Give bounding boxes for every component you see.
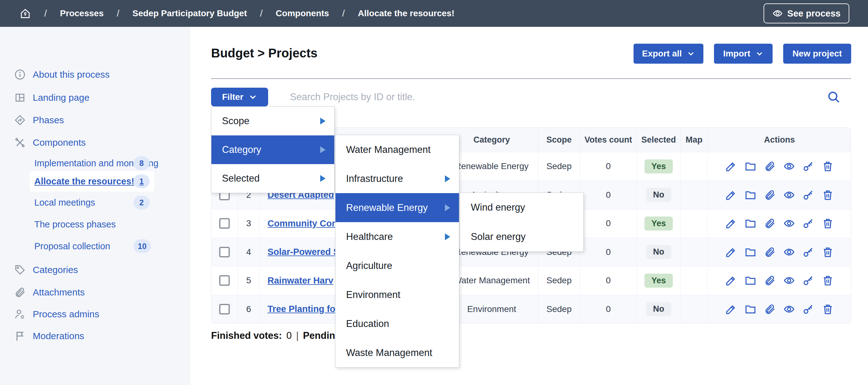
row-checkbox[interactable] [219,275,230,286]
selected-badge: Yes [645,159,673,174]
category-item-renewable-energy[interactable]: Renewable Energy [336,193,459,222]
search-icon[interactable] [827,89,842,105]
selected-badge: No [646,302,671,316]
sidebar-item-local-meetings[interactable]: Local meetings [34,196,95,209]
category-item-infrastructure[interactable]: Infrastructure [336,164,459,193]
sidebar-item-phases[interactable]: Phases [14,114,64,126]
sidebar-item-components[interactable]: Components [14,136,86,149]
diamond-arrow-icon [14,114,26,126]
category-item-healthcare[interactable]: Healthcare [336,222,459,251]
project-scope: Sedep [538,295,580,324]
see-process-button[interactable]: See process [764,3,849,23]
project-title-link[interactable]: Rainwater Harv [268,275,333,286]
project-id: 6 [238,295,260,324]
search-input[interactable] [290,88,804,107]
key-icon[interactable] [803,160,814,172]
category-item-environment[interactable]: Environment [336,280,459,309]
sidebar-item-moderations[interactable]: Moderations [14,330,84,342]
category-item-education[interactable]: Education [336,309,459,338]
project-votes-count: 0 [580,266,637,295]
key-icon[interactable] [803,303,814,315]
sidebar-item-about[interactable]: About this process [14,68,110,81]
key-icon[interactable] [803,217,814,229]
delete-trash-icon[interactable] [822,303,834,315]
filter-button[interactable]: Filter [211,88,268,107]
folder-icon[interactable] [745,217,756,229]
preview-eye-icon[interactable] [783,160,795,172]
delete-trash-icon[interactable] [822,189,834,201]
breadcrumb-separator: / [117,8,119,19]
preview-eye-icon[interactable] [783,246,795,258]
attachments-icon[interactable] [764,217,776,229]
project-title-link[interactable]: Solar-Powered S [268,247,339,257]
sidebar-item-proposal-collection[interactable]: Proposal collection [34,240,110,253]
delete-trash-icon[interactable] [822,274,834,287]
key-icon[interactable] [803,246,814,258]
key-icon[interactable] [803,189,814,201]
folder-icon[interactable] [745,246,756,258]
sidebar-item-allocate-resources[interactable]: Allocate the resources! [34,175,134,187]
folder-icon[interactable] [745,303,756,315]
import-button[interactable]: Import [714,44,773,64]
edit-icon[interactable] [725,246,737,258]
row-checkbox[interactable] [219,304,230,315]
project-title-link[interactable]: Community Con [268,218,337,229]
menu-item-label: Renewable Energy [346,202,428,213]
project-votes-count: 0 [580,209,637,238]
selected-badge: No [646,188,671,202]
sidebar-item-categories[interactable]: Categories [14,264,78,276]
breadcrumb-processes[interactable]: Processes [60,8,103,19]
attachments-icon[interactable] [764,189,776,201]
breadcrumb-components[interactable]: Components [276,8,329,19]
sidebar-item-attachments[interactable]: Attachments [14,286,85,299]
edit-icon[interactable] [725,303,737,315]
attachments-icon[interactable] [764,160,776,172]
preview-eye-icon[interactable] [783,274,795,287]
subcategory-item-solar-energy[interactable]: Solar energy [460,222,583,251]
folder-icon[interactable] [745,160,756,172]
export-all-button[interactable]: Export all [633,44,703,64]
new-project-button[interactable]: New project [783,44,851,64]
filter-menu-item-scope[interactable]: Scope [211,107,334,136]
import-label: Import [723,49,750,59]
breadcrumb-current[interactable]: Allocate the resources! [358,8,455,19]
category-item-waste-management[interactable]: Waste Management [336,338,459,367]
edit-icon[interactable] [725,274,737,287]
sidebar-item-label: Attachments [33,287,85,298]
table-row: 5 Rainwater Harv Water Management Sedep … [211,266,851,295]
filter-menu-item-selected[interactable]: Selected [211,164,334,193]
preview-eye-icon[interactable] [783,303,795,315]
attachments-icon[interactable] [764,274,776,287]
project-title-link[interactable]: Tree Planting fo [268,304,336,314]
row-checkbox[interactable] [219,218,230,229]
home-icon[interactable] [19,7,31,19]
menu-item-label: Scope [222,115,249,127]
folder-icon[interactable] [745,274,756,287]
edit-icon[interactable] [725,160,737,172]
sidebar-item-process-admins[interactable]: Process admins [14,308,99,320]
subcategory-item-wind-energy[interactable]: Wind energy [460,193,583,222]
attachments-icon[interactable] [764,303,776,315]
filter-menu-item-category[interactable]: Category [211,136,334,164]
sidebar-item-landing-page[interactable]: Landing page [14,91,90,104]
table-row: 6 Tree Planting fo Environment Sedep 0 N… [211,295,851,324]
delete-trash-icon[interactable] [822,246,834,258]
edit-icon[interactable] [725,217,737,229]
edit-icon[interactable] [725,189,737,201]
key-icon[interactable] [803,274,814,287]
delete-trash-icon[interactable] [822,160,834,172]
category-item-agriculture[interactable]: Agriculture [336,251,459,280]
breadcrumb-process-name[interactable]: Sedep Participatory Budget [132,8,247,19]
delete-trash-icon[interactable] [822,217,834,229]
menu-item-label: Selected [222,173,260,184]
preview-eye-icon[interactable] [783,217,795,229]
submenu-arrow-icon [320,146,326,153]
row-checkbox[interactable] [219,247,230,257]
preview-eye-icon[interactable] [783,189,795,201]
export-all-label: Export all [642,49,682,59]
folder-icon[interactable] [745,189,756,201]
category-item-water-management[interactable]: Water Management [336,135,459,164]
sidebar-item-process-phases[interactable]: The process phases [34,218,116,231]
attachments-icon[interactable] [764,246,776,258]
sidebar-item-label: Process admins [33,309,99,320]
